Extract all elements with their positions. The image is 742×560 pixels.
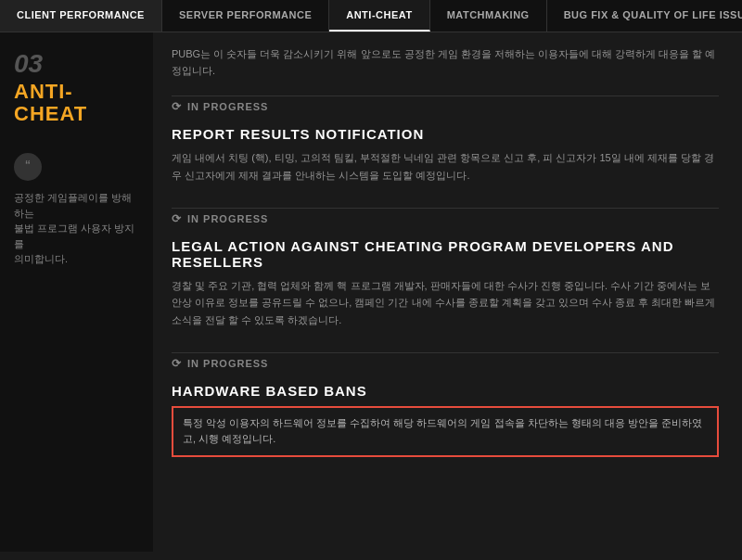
section-title-2: LEGAL ACTION AGAINST CHEATING PROGRAM DE… [172,238,719,270]
badge-label-3: IN PROGRESS [187,358,268,369]
highlight-text: 특정 악성 이용자의 하드웨어 정보를 수집하여 해당 하드웨어의 게임 접속을… [183,415,708,448]
section-title-1: REPORT RESULTS NOTIFICATION [172,126,719,142]
tab-matchmaking[interactable]: MATCHMAKING [430,0,547,32]
top-nav: CLIENT PERFORMANCESERVER PERFORMANCEANTI… [0,0,742,32]
hardware-bans-highlight: 특정 악성 이용자의 하드웨어 정보를 수집하여 해당 하드웨어의 게임 접속을… [172,406,719,457]
section-body-1: 게임 내에서 치팅 (핵), 티밍, 고의적 팀킬, 부적절한 닉네임 관련 항… [172,149,719,184]
section-legal-action: ⟳ IN PROGRESS LEGAL ACTION AGAINST CHEAT… [172,208,719,329]
section-report-results: ⟳ IN PROGRESS REPORT RESULTS NOTIFICATIO… [172,95,719,184]
tab-bug-fix[interactable]: BUG FIX & QUALITY OF LIFE ISSUES [547,0,742,32]
sidebar-title: ANTI-CHEAT [14,81,139,125]
sidebar-number: 03 [14,51,139,77]
badge-label-2: IN PROGRESS [187,213,268,224]
tab-client-performance[interactable]: CLIENT PERFORMANCE [0,0,162,32]
section-hardware-bans: ⟳ IN PROGRESS HARDWARE BASED BANS 특정 악성 … [172,352,719,457]
quote-icon: “ [14,153,42,181]
intro-text: PUBG는 이 숫자들 더욱 감소시키기 위해 앞으로도 공정한 게임 환경을 … [172,46,719,79]
main-layout: 03 ANTI-CHEAT “ 공정한 게임플레이를 방해하는불법 프로그램 사… [0,32,742,552]
in-progress-badge-3: ⟳ IN PROGRESS [172,352,719,374]
sidebar: 03 ANTI-CHEAT “ 공정한 게임플레이를 방해하는불법 프로그램 사… [0,32,153,552]
progress-icon-2: ⟳ [172,212,182,225]
in-progress-badge-1: ⟳ IN PROGRESS [172,95,719,117]
badge-label-1: IN PROGRESS [187,101,268,112]
section-title-3: HARDWARE BASED BANS [172,383,719,399]
tab-anti-cheat[interactable]: ANTI-CHEAT [329,0,429,32]
progress-icon-1: ⟳ [172,100,182,113]
tab-server-performance[interactable]: SERVER PERFORMANCE [162,0,329,32]
in-progress-badge-2: ⟳ IN PROGRESS [172,208,719,229]
progress-icon-3: ⟳ [172,357,182,370]
sidebar-quote-text: 공정한 게임플레이를 방해하는불법 프로그램 사용자 방지를의미합니다. [14,190,139,267]
section-body-2: 경찰 및 주요 기관, 협력 업체와 함께 핵 프로그램 개발자, 판매자들에 … [172,277,719,329]
content-area: PUBG는 이 숫자들 더욱 감소시키기 위해 앞으로도 공정한 게임 환경을 … [153,32,742,552]
